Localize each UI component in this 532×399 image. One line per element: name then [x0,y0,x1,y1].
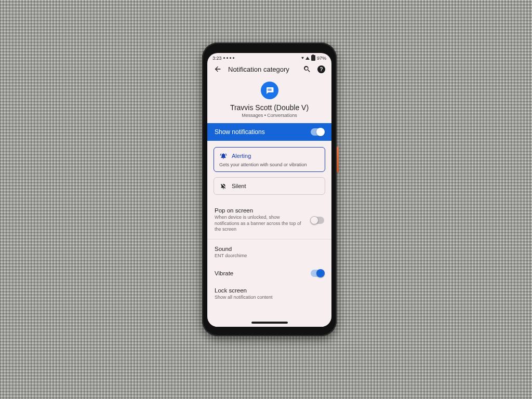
sound-row[interactable]: Sound ENT doorchime [207,241,331,264]
battery-percent: 97% [317,56,326,61]
pop-sub: When device is unlocked, show notificati… [215,215,303,233]
status-dot-icon [233,57,234,59]
behavior-group: Alerting Gets your attention with sound … [207,141,331,202]
back-icon[interactable] [214,65,222,73]
status-dot-icon [227,57,228,59]
show-notifications-row[interactable]: Show notifications [207,123,331,141]
channel-header: Travvis Scott (Double V) Messages • Conv… [207,75,331,123]
pop-toggle[interactable] [311,217,324,224]
lock-screen-row[interactable]: Lock screen Show all notification conten… [207,282,331,306]
show-notifications-toggle[interactable] [311,128,324,136]
pop-title: Pop on screen [215,207,303,214]
messages-app-icon [261,82,278,99]
sound-title: Sound [215,246,324,252]
gesture-nav-pill[interactable] [251,322,288,324]
bell-ring-icon [219,152,228,160]
status-right: ♥ 97% [301,55,326,61]
wifi-icon: ♥ [301,56,304,60]
bottom-fade [207,315,331,327]
bell-off-icon [219,182,228,190]
status-left: 3:23 [212,56,234,61]
alerting-desc: Gets your attention with sound or vibrat… [219,162,320,167]
channel-name: Travvis Scott (Double V) [212,103,326,112]
alerting-option[interactable]: Alerting Gets your attention with sound … [214,147,325,172]
app-bar: Notification category ? [207,62,331,75]
page-title: Notification category [228,65,297,73]
pop-on-screen-row[interactable]: Pop on screen When device is unlocked, s… [207,202,331,238]
signal-icon [305,57,310,60]
status-dot-icon [230,57,231,59]
lock-sub: Show all notification content [215,295,303,301]
phone-frame: 3:23 ♥ 97% Notification category [202,43,337,336]
power-button-physical [337,147,339,172]
status-bar: 3:23 ♥ 97% [207,53,331,62]
search-icon[interactable] [303,65,311,73]
vibrate-title: Vibrate [215,270,233,276]
show-notifications-label: Show notifications [215,128,265,136]
help-icon[interactable]: ? [317,65,325,73]
lock-title: Lock screen [215,287,324,294]
sound-sub: ENT doorchime [215,253,303,259]
divider [207,239,331,240]
silent-label: Silent [232,183,246,189]
location-icon [223,57,225,59]
photo-background: 3:23 ♥ 97% Notification category [0,0,532,399]
channel-subtitle: Messages • Conversations [212,113,326,118]
vibrate-row[interactable]: Vibrate [207,264,331,282]
clock: 3:23 [212,56,222,61]
alerting-label: Alerting [232,153,251,159]
silent-option[interactable]: Silent [214,177,325,195]
battery-icon [311,55,315,61]
vibrate-toggle[interactable] [311,270,324,277]
screen: 3:23 ♥ 97% Notification category [207,53,331,327]
